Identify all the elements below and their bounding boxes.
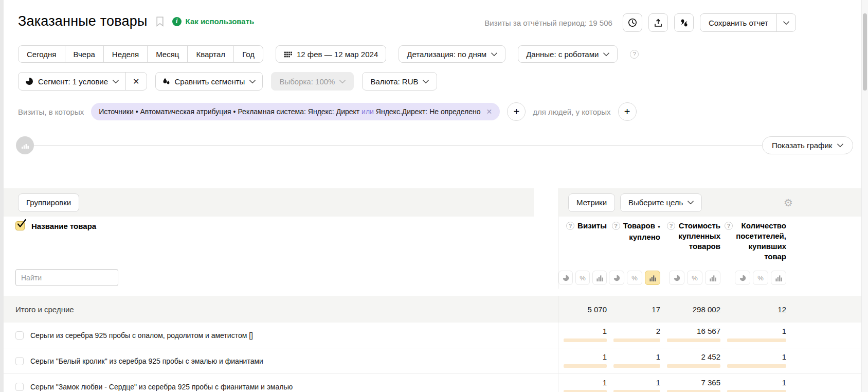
preset-week-button[interactable]: Неделя (103, 45, 148, 63)
metric-cell: 2 (608, 323, 662, 348)
metric-cell: 1 (722, 374, 788, 392)
preset-year-button[interactable]: Год (233, 45, 263, 63)
left-edge-divider (0, 0, 4, 392)
vertical-scrollbar[interactable] (861, 0, 868, 392)
row-checkbox[interactable] (15, 331, 24, 340)
search-input[interactable] (15, 269, 118, 286)
report-history-button[interactable] (623, 13, 642, 32)
column-header-visits[interactable]: ?Визиты% (558, 217, 608, 289)
add-visit-condition-button[interactable]: + (507, 102, 526, 121)
segment-split-button: Сегмент: 1 условие ✕ (18, 72, 147, 91)
totals-label: Итого и средние (4, 296, 558, 323)
chevron-down-icon (491, 52, 497, 57)
show-chart-button[interactable]: Показать график (762, 136, 853, 154)
upload-icon (654, 19, 662, 27)
preset-quarter-button[interactable]: Квартал (187, 45, 234, 63)
sampling-dropdown[interactable]: Выборка: 100% (271, 72, 354, 91)
save-report-button[interactable]: Сохранить отчет (700, 14, 776, 31)
metric-view-pie-toggle[interactable] (558, 271, 573, 285)
column-help-icon[interactable]: ? (725, 222, 733, 230)
chip-or-word: или (361, 108, 374, 116)
chart-toggle-circle[interactable] (16, 136, 34, 154)
total-value: 17 (608, 296, 662, 323)
data-mode-dropdown[interactable]: Данные: с роботами (518, 45, 618, 63)
metric-value: 1 (603, 327, 607, 336)
sort-desc-icon: ▾ (658, 224, 660, 229)
metric-value: 16 567 (697, 327, 720, 336)
scrollbar-thumb[interactable] (863, 13, 867, 91)
total-value: 298 002 (662, 296, 722, 323)
how-to-use-link[interactable]: i Как использовать (172, 17, 255, 26)
date-range-label: 12 фев — 12 мар 2024 (297, 50, 378, 59)
metric-bar (667, 364, 720, 368)
metric-view-pie-toggle[interactable] (669, 271, 684, 285)
show-chart-label: Показать график (772, 141, 832, 150)
help-icon[interactable]: ? (630, 50, 639, 59)
metric-view-bars-toggle[interactable] (645, 271, 660, 285)
segment-bar: Сегмент: 1 условие ✕ Сравнить сегменты В… (18, 72, 437, 91)
metric-cell: 1 (608, 348, 662, 373)
compare-segments-dropdown[interactable]: Сравнить сегменты (155, 72, 263, 91)
metric-view-percent-toggle[interactable]: % (753, 271, 768, 285)
bookmark-icon[interactable] (156, 16, 164, 27)
column-header-buyers-count[interactable]: ?Количествопосетителей,купившихтовар% (722, 217, 788, 289)
preset-yesterday-button[interactable]: Вчера (65, 45, 104, 63)
segment-dropdown[interactable]: Сегмент: 1 условие (19, 73, 125, 90)
total-value: 5 070 (558, 296, 608, 323)
metric-view-bars-toggle[interactable] (771, 271, 786, 285)
metric-view-percent-toggle[interactable]: % (627, 271, 642, 285)
metric-view-pie-toggle[interactable] (735, 271, 750, 285)
metric-view-pie-toggle[interactable] (609, 271, 624, 285)
column-help-icon[interactable]: ? (566, 222, 574, 230)
metrika-report-page: Заказанные товары i Как использовать Виз… (0, 0, 868, 392)
export-button[interactable] (648, 13, 668, 32)
metric-bar (613, 390, 660, 392)
metric-value: 2 452 (701, 352, 720, 362)
select-all-checkbox[interactable] (15, 221, 25, 230)
dimension-header: Название товара (31, 222, 96, 230)
choose-goal-dropdown[interactable]: Выберите цель (620, 193, 702, 212)
chip-remove-icon[interactable]: ✕ (486, 108, 493, 116)
metric-value: 1 (603, 378, 607, 387)
row-checkbox[interactable] (15, 383, 24, 391)
metric-cell: 1 (558, 323, 608, 348)
metric-view-percent-toggle[interactable]: % (575, 271, 590, 285)
currency-dropdown[interactable]: Валюта: RUB (362, 72, 437, 91)
date-range-button[interactable]: 12 фев — 12 мар 2024 (276, 45, 386, 63)
save-report-menu-button[interactable] (777, 14, 795, 31)
metric-view-percent-toggle[interactable]: % (687, 271, 702, 285)
title-bar: Заказанные товары i Как использовать (18, 13, 254, 29)
attribution-filter-chip[interactable]: Источники • Автоматическая атрибуция • Р… (91, 103, 500, 120)
chevron-down-icon (783, 21, 789, 25)
metric-view-bars-toggle[interactable] (592, 271, 607, 285)
groupings-label: Группировки (26, 198, 71, 207)
metric-bar (564, 390, 607, 392)
metric-bar (727, 364, 786, 368)
add-people-condition-button[interactable]: + (618, 102, 637, 121)
metric-view-bars-toggle[interactable] (705, 271, 720, 285)
dimension-pane: Название товара (4, 217, 558, 289)
metric-bar (564, 338, 607, 342)
column-header-purchase-cost[interactable]: ?Стоимостькупленныхтоваров% (662, 217, 722, 289)
settings-gear-icon[interactable]: ⚙ (784, 197, 793, 209)
preset-today-button[interactable]: Сегодня (18, 45, 65, 63)
detalization-dropdown[interactable]: Детализация: по дням (399, 45, 505, 63)
metric-bar (613, 364, 660, 368)
metric-bar (564, 364, 607, 368)
chevron-down-icon (837, 144, 843, 148)
metrics-button[interactable]: Метрики (568, 193, 615, 212)
segment-clear-button[interactable]: ✕ (126, 73, 146, 90)
preset-month-button[interactable]: Месяц (147, 45, 188, 63)
visits-condition-label: Визиты, в которых (18, 108, 84, 116)
calendar-grid-icon (284, 50, 292, 58)
metric-bar (667, 338, 720, 342)
groupings-button[interactable]: Группировки (18, 193, 79, 212)
column-help-icon[interactable]: ? (667, 222, 675, 230)
column-header-items-bought[interactable]: ?Товаров▾куплено% (608, 217, 662, 289)
detalization-label: Детализация: по дням (407, 50, 486, 59)
column-help-icon[interactable]: ? (612, 222, 620, 230)
row-checkbox[interactable] (15, 357, 24, 365)
compare-data-button[interactable] (674, 13, 694, 32)
metric-cell: 1 (608, 374, 662, 392)
metric-value: 1 (603, 352, 607, 362)
